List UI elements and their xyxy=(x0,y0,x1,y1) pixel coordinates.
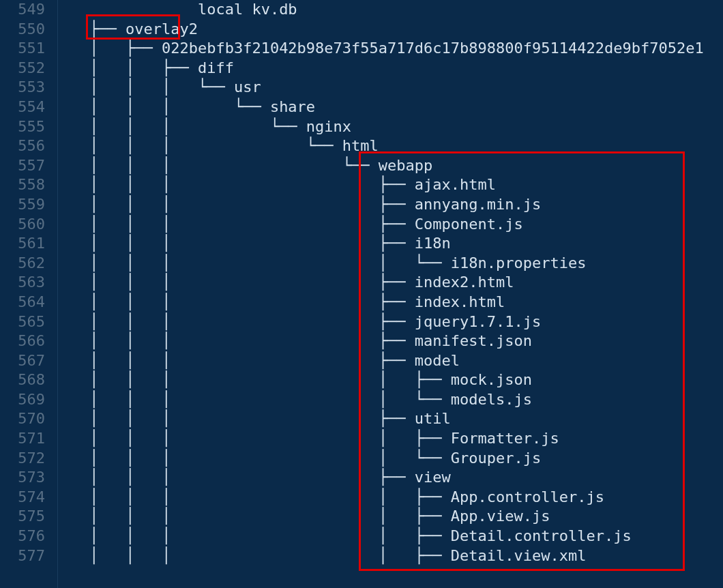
line-text: │ │ │ │ ├── App.view.js xyxy=(53,507,550,527)
line-number: 565 xyxy=(0,312,53,332)
code-line[interactable]: 576 │ │ │ │ ├── Detail.controller.js xyxy=(0,527,723,546)
line-text: │ ├── 022bebfb3f21042b98e73f55a717d6c17b… xyxy=(53,39,704,59)
line-text: │ │ │ ├── index2.html xyxy=(53,273,514,293)
code-line[interactable]: 567 │ │ │ ├── model xyxy=(0,351,723,371)
code-line[interactable]: 569 │ │ │ │ └── models.js xyxy=(0,390,723,410)
line-number: 573 xyxy=(0,468,53,488)
code-line[interactable]: 550 ├── overlay2 xyxy=(0,20,723,40)
line-number: 574 xyxy=(0,488,53,508)
code-line[interactable]: 575 │ │ │ │ ├── App.view.js xyxy=(0,507,723,527)
code-line[interactable]: 559 │ │ │ ├── annyang.min.js xyxy=(0,195,723,215)
code-line[interactable]: 555 │ │ │ └── nginx xyxy=(0,117,723,137)
line-text: │ │ │ ├── i18n xyxy=(53,234,451,254)
code-line[interactable]: 564 │ │ │ ├── index.html xyxy=(0,293,723,312)
line-number: 569 xyxy=(0,390,53,410)
code-line[interactable]: 552 │ │ ├── diff xyxy=(0,59,723,78)
code-line[interactable]: 561 │ │ │ ├── i18n xyxy=(0,234,723,254)
line-text: │ │ │ ├── manifest.json xyxy=(53,332,532,351)
line-text: │ │ │ ├── view xyxy=(53,468,451,488)
code-line[interactable]: 549 local kv.db xyxy=(0,0,723,20)
line-number: 567 xyxy=(0,351,53,371)
line-text: │ │ │ ├── ajax.html xyxy=(53,175,496,195)
line-number: 563 xyxy=(0,273,53,293)
line-number: 556 xyxy=(0,136,53,156)
code-line[interactable]: 566 │ │ │ ├── manifest.json xyxy=(0,332,723,351)
line-text: │ │ │ │ └── models.js xyxy=(53,390,532,410)
line-number: 566 xyxy=(0,332,53,351)
line-text: │ │ │ ├── index.html xyxy=(53,293,505,312)
code-line[interactable]: 574 │ │ │ │ ├── App.controller.js xyxy=(0,488,723,508)
line-text: │ │ │ ├── Component.js xyxy=(53,215,523,235)
line-number: 564 xyxy=(0,293,53,312)
line-number: 561 xyxy=(0,234,53,254)
code-line[interactable]: 560 │ │ │ ├── Component.js xyxy=(0,215,723,235)
code-line[interactable]: 562 │ │ │ │ └── i18n.properties xyxy=(0,254,723,274)
line-text: │ │ │ └── usr xyxy=(53,78,261,98)
line-number: 577 xyxy=(0,546,53,566)
line-number: 568 xyxy=(0,370,53,390)
line-text: local kv.db xyxy=(53,0,297,20)
code-line[interactable]: 563 │ │ │ ├── index2.html xyxy=(0,273,723,293)
code-line[interactable]: 573 │ │ │ ├── view xyxy=(0,468,723,488)
code-line[interactable]: 568 │ │ │ │ ├── mock.json xyxy=(0,370,723,390)
line-number: 550 xyxy=(0,20,53,40)
line-text: │ │ │ └── share xyxy=(53,98,315,117)
line-number: 551 xyxy=(0,39,53,59)
line-number: 576 xyxy=(0,527,53,546)
code-line[interactable]: 571 │ │ │ │ ├── Formatter.js xyxy=(0,429,723,449)
code-line[interactable]: 557 │ │ │ └── webapp xyxy=(0,156,723,176)
line-text: │ │ │ │ ├── Formatter.js xyxy=(53,429,559,449)
line-number: 571 xyxy=(0,429,53,449)
line-number: 575 xyxy=(0,507,53,527)
code-line[interactable]: 565 │ │ │ ├── jquery1.7.1.js xyxy=(0,312,723,332)
line-text: │ │ │ │ └── i18n.properties xyxy=(53,254,586,274)
line-text: │ │ │ │ ├── Detail.view.xml xyxy=(53,546,586,566)
line-text: │ │ │ │ ├── App.controller.js xyxy=(53,488,604,508)
line-text: │ │ ├── diff xyxy=(53,59,234,78)
line-number: 554 xyxy=(0,98,53,117)
line-text: │ │ │ │ ├── Detail.controller.js xyxy=(53,527,632,546)
line-text: ├── overlay2 xyxy=(53,20,198,40)
line-number: 552 xyxy=(0,59,53,78)
code-line[interactable]: 551 │ ├── 022bebfb3f21042b98e73f55a717d6… xyxy=(0,39,723,59)
code-line[interactable]: 556 │ │ │ └── html xyxy=(0,136,723,156)
line-number: 549 xyxy=(0,0,53,20)
line-text: │ │ │ ├── model xyxy=(53,351,460,371)
code-line[interactable]: 554 │ │ │ └── share xyxy=(0,98,723,117)
line-number: 553 xyxy=(0,78,53,98)
line-number: 562 xyxy=(0,254,53,274)
line-number: 559 xyxy=(0,195,53,215)
code-line[interactable]: 553 │ │ │ └── usr xyxy=(0,78,723,98)
line-number: 557 xyxy=(0,156,53,176)
line-number: 572 xyxy=(0,449,53,469)
code-line[interactable]: 558 │ │ │ ├── ajax.html xyxy=(0,175,723,195)
line-number: 570 xyxy=(0,409,53,429)
code-line[interactable]: 577 │ │ │ │ ├── Detail.view.xml xyxy=(0,546,723,566)
line-text: │ │ │ └── nginx xyxy=(53,117,351,137)
line-text: │ │ │ ├── util xyxy=(53,409,451,429)
line-number: 555 xyxy=(0,117,53,137)
line-text: │ │ │ └── webapp xyxy=(53,156,432,176)
line-text: │ │ │ │ └── Grouper.js xyxy=(53,449,541,469)
line-text: │ │ │ └── html xyxy=(53,136,379,156)
line-text: │ │ │ ├── annyang.min.js xyxy=(53,195,541,215)
line-number: 560 xyxy=(0,215,53,235)
code-line[interactable]: 572 │ │ │ │ └── Grouper.js xyxy=(0,449,723,469)
code-editor[interactable]: 549 local kv.db550 ├── overlay2551 │ ├──… xyxy=(0,0,723,588)
line-number: 558 xyxy=(0,175,53,195)
code-line[interactable]: 570 │ │ │ ├── util xyxy=(0,409,723,429)
line-text: │ │ │ ├── jquery1.7.1.js xyxy=(53,312,541,332)
line-text: │ │ │ │ ├── mock.json xyxy=(53,370,532,390)
